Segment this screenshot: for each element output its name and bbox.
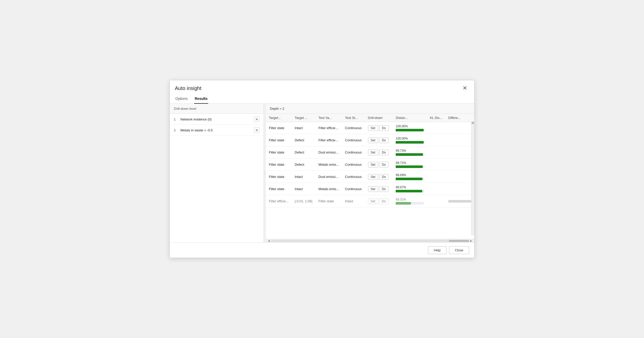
tab-options[interactable]: Options	[175, 95, 188, 104]
cell-kldiv	[427, 159, 445, 171]
cell-drilldown: SetDo	[365, 195, 393, 207]
cell-testst: Continuous	[342, 122, 365, 134]
col-testva[interactable]: Test Va...	[315, 114, 342, 122]
cell-target2: Defect	[292, 134, 315, 146]
drill-item-remove-1[interactable]: ✕	[254, 116, 259, 122]
cell-difference	[445, 122, 474, 134]
progress-bar-bg	[396, 178, 424, 180]
drill-item-num-1: 1	[174, 117, 178, 121]
do-button[interactable]: Do	[379, 186, 389, 192]
cell-testva: Dust emissi...	[315, 171, 342, 183]
cell-target2: Defect	[292, 146, 315, 159]
progress-bar-bg	[396, 129, 424, 131]
tab-results[interactable]: Results	[194, 95, 208, 104]
col-differe[interactable]: Differe...	[445, 114, 474, 122]
cell-target2: Defect	[292, 159, 315, 171]
set-button[interactable]: Set	[368, 162, 378, 167]
distance-percent: 100.00%	[396, 125, 424, 128]
cell-distance: 99.71%	[393, 159, 427, 171]
cell-kldiv	[427, 183, 445, 195]
difference-bar	[448, 200, 471, 203]
col-drilldown[interactable]: Drill-down	[365, 114, 393, 122]
cell-distance: 100.00%	[393, 134, 427, 146]
cell-distance: 99.73%	[393, 146, 427, 159]
cell-target1: Filter state	[266, 146, 292, 159]
dialog-title: Auto insight	[175, 85, 202, 91]
cell-kldiv	[427, 146, 445, 159]
col-distan[interactable]: Distan...	[393, 114, 427, 122]
col-target2[interactable]: Target ...	[292, 114, 315, 122]
results-table-container[interactable]: Target... Target ... Test Va... Test St.…	[266, 114, 474, 239]
set-button[interactable]: Set	[368, 174, 378, 180]
cell-difference	[445, 195, 474, 207]
cell-testst: Continuous	[342, 171, 365, 183]
tabs-bar: Options Results	[170, 92, 474, 104]
cell-difference	[445, 146, 474, 159]
distance-percent: 99.71%	[396, 161, 424, 165]
cell-testva: Filter state	[315, 195, 342, 207]
cell-target2: Intact	[292, 122, 315, 134]
distance-percent: 99.69%	[396, 173, 424, 177]
cell-kldiv	[427, 134, 445, 146]
do-button[interactable]: Do	[379, 198, 389, 204]
set-button[interactable]: Set	[368, 198, 378, 204]
cell-testva: Metals emis...	[315, 159, 342, 171]
scrollbar-thumb-h[interactable]	[449, 240, 469, 242]
scroll-right-arrow[interactable]: ▶	[469, 239, 473, 242]
cell-distance: 69.31%	[393, 195, 427, 207]
set-button[interactable]: Set	[368, 186, 378, 192]
cell-target2: [-0.01, 1.06]	[292, 195, 315, 207]
progress-bar-bg	[396, 141, 424, 144]
left-panel: Drill-down level 1 Network evidence (0) …	[170, 104, 264, 242]
cell-drilldown: SetDo	[365, 159, 393, 171]
distance-percent: 69.31%	[396, 198, 424, 201]
dialog-footer: Help Close	[170, 242, 474, 258]
cell-testva: Filter efficie...	[315, 134, 342, 146]
col-target1[interactable]: Target...	[266, 114, 292, 122]
cell-testva: Metals emis...	[315, 183, 342, 195]
drill-item-2: 2 Metals in waste = -0.5 ✕	[170, 125, 264, 136]
progress-bar-fill	[396, 202, 411, 205]
set-button[interactable]: Set	[368, 125, 378, 131]
set-button[interactable]: Set	[368, 150, 378, 155]
set-button[interactable]: Set	[368, 137, 378, 143]
help-button[interactable]: Help	[428, 246, 447, 254]
table-row: Filter stateDefectDust emissi...Continuo…	[266, 146, 474, 159]
table-header-row: Target... Target ... Test Va... Test St.…	[266, 114, 474, 122]
cell-testst: Continuous	[342, 146, 365, 159]
do-button[interactable]: Do	[379, 125, 389, 131]
scroll-left-arrow[interactable]: ◀	[267, 239, 271, 242]
dialog-close-button[interactable]: ✕	[461, 84, 469, 92]
cell-drilldown: SetDo	[365, 171, 393, 183]
close-footer-button[interactable]: Close	[449, 246, 469, 254]
content-area: Drill-down level 1 Network evidence (0) …	[170, 104, 474, 242]
distance-percent: 99.67%	[396, 186, 424, 189]
do-button[interactable]: Do	[379, 150, 389, 155]
cell-difference	[445, 159, 474, 171]
progress-bar-bg	[396, 202, 424, 205]
cell-distance: 99.69%	[393, 171, 427, 183]
progress-bar-fill	[396, 178, 422, 180]
horizontal-scrollbar[interactable]: ◀ ▶	[266, 239, 474, 242]
cell-testst: Continuous	[342, 159, 365, 171]
col-testst[interactable]: Test St...	[342, 114, 365, 122]
cell-drilldown: SetDo	[365, 183, 393, 195]
do-button[interactable]: Do	[379, 162, 389, 167]
cell-target1: Filter state	[266, 171, 292, 183]
do-button[interactable]: Do	[379, 137, 389, 143]
distance-percent: 99.73%	[396, 149, 424, 152]
vertical-scrollbar[interactable]	[471, 114, 474, 235]
resize-handle[interactable]: ⋮	[264, 104, 266, 242]
table-row: Filter efficie...[-0.01, 1.06]Filter sta…	[266, 195, 474, 207]
drill-item-remove-2[interactable]: ✕	[254, 127, 259, 133]
cell-target1: Filter state	[266, 183, 292, 195]
cell-testst: Continuous	[342, 183, 365, 195]
cell-target2: Intact	[292, 183, 315, 195]
col-kldiv[interactable]: KL Div...	[427, 114, 445, 122]
results-table: Target... Target ... Test Va... Test St.…	[266, 114, 474, 207]
cell-target2: Intact	[292, 171, 315, 183]
do-button[interactable]: Do	[379, 174, 389, 180]
cell-drilldown: SetDo	[365, 134, 393, 146]
progress-bar-fill	[396, 129, 424, 131]
progress-bar-fill	[396, 153, 423, 156]
